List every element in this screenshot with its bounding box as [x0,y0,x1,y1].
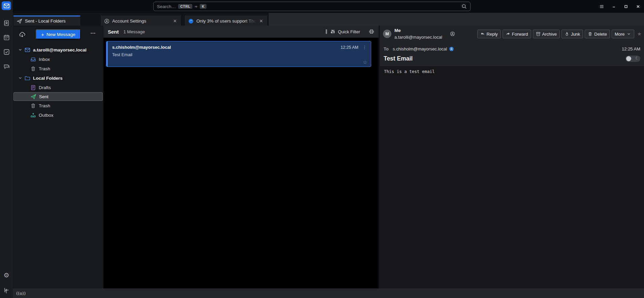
drafts-icon [30,85,36,90]
forward-label: Forward [512,32,528,37]
archive-icon [536,32,541,36]
folder-name: Outbox [39,113,54,118]
forward-button[interactable]: Forward [503,30,531,38]
mail-space-icon[interactable] [2,1,11,10]
trash-icon [30,66,36,72]
kbd-k: K [200,4,206,9]
quick-filter-sliders-icon[interactable] [330,29,335,34]
tasks-space-icon[interactable] [2,47,11,56]
received-time: 12:25 AM [622,46,640,51]
message-pane: M Me a.tarolli@mayorsec.local Reply Forw… [380,26,644,289]
mail-account-icon [25,47,30,53]
folder-title: Sent [108,29,119,35]
tab-close-icon[interactable]: ✕ [259,18,264,24]
folder-name: Trash [39,103,50,108]
tab-close-icon[interactable]: ✕ [172,18,178,24]
minimize-button[interactable] [609,2,618,11]
chevron-down-icon [626,32,631,36]
folder-row-sent-selected[interactable]: Sent [13,92,103,101]
inbox-icon [30,57,36,62]
message-count: 1 Message [124,29,145,34]
close-button[interactable] [634,2,643,11]
folder-name: Inbox [39,57,50,62]
tab-label: Account Settings [112,18,146,24]
broadcast-status-icon: ((o)) [16,291,26,296]
from-name: Me [394,28,401,33]
delete-button[interactable]: Delete [585,30,610,38]
plus-icon: + [41,32,44,37]
message-sender: s.chisholm@mayorsec.local [112,45,171,50]
dark-mode-toggle[interactable]: ☾ [625,55,640,62]
account-row[interactable]: a.tarolli@mayorsec.local [13,45,103,54]
new-message-button[interactable]: + New Message [36,29,81,39]
folder-name: Trash [39,66,50,71]
contact-badge-icon[interactable] [449,46,454,51]
folder-row-trash-local[interactable]: Trash [13,101,103,110]
folder-pane-options-icon[interactable]: … [90,29,96,35]
message-actions: Reply Forward Archive Junk Delete [477,30,642,38]
reply-button[interactable]: Reply [477,30,501,38]
calendar-space-icon[interactable] [2,33,11,42]
tab-account-settings[interactable]: Account Settings ✕ [101,15,181,26]
folder-name: Drafts [39,85,51,90]
message-row-selected[interactable]: s.chisholm@mayorsec.local 12:25 AM ⋮ Tes… [106,41,371,67]
archive-label: Archive [542,32,557,37]
list-display-options-icon[interactable] [369,29,374,34]
chat-space-icon[interactable] [2,62,11,71]
star-icon[interactable]: ☆ [363,60,367,65]
reply-icon [480,32,485,36]
moon-icon: ☾ [635,56,639,61]
new-message-label: New Message [46,32,75,37]
message-header: M Me a.tarolli@mayorsec.local Reply Forw… [380,26,644,66]
quick-filter-label[interactable]: Quick Filter [338,29,360,34]
account-icon [104,18,109,24]
toggle-knob [626,56,631,61]
settings-gear-icon[interactable]: ⚙ [2,271,11,280]
kbd-ctrl: CTRL [178,4,192,9]
thunderbird-window: ⚙ Search… CTRL + K [0,0,644,298]
collapse-spaces-icon[interactable] [2,286,11,294]
chevron-down-icon[interactable] [18,48,22,52]
tab-content-article[interactable]: Only 3% of users support Thu ✕ [185,15,267,26]
folder-pane: + New Message … a.tarolli@mayorsec.local… [13,26,103,289]
quick-filter-pill-icon[interactable] [326,29,327,34]
folder-row-outbox[interactable]: Outbox [13,110,103,120]
app-menu-button[interactable] [597,2,606,11]
tab-label: Only 3% of users support Thu [196,18,256,24]
message-body: This is a test email [380,66,644,289]
to-email: s.chisholm@mayorsec.local [393,46,447,51]
status-bar: ((o)) [13,289,644,298]
folder-name: Sent [39,94,49,99]
folder-row-drafts[interactable]: Drafts [13,83,103,92]
send-icon [17,18,22,24]
tab-sent-local-folders[interactable]: Sent - Local Folders [13,15,80,26]
account-row-local-folders[interactable]: Local Folders [13,73,103,83]
tab-bar: Sent - Local Folders Account Settings ✕ … [13,13,644,26]
junk-button[interactable]: Junk [561,30,583,38]
address-book-space-icon[interactable] [2,18,11,27]
folder-row-trash[interactable]: Trash [13,64,103,73]
message-subject: Test Email [112,52,367,57]
star-icon[interactable]: ★ [637,31,642,37]
folder-icon [25,75,30,81]
get-messages-icon[interactable] [18,30,27,39]
global-search-input[interactable]: Search… CTRL + K [153,2,471,11]
archive-button[interactable]: Archive [533,30,560,38]
outbox-icon [30,112,36,118]
chevron-down-icon[interactable] [18,76,22,80]
folder-row-inbox[interactable]: Inbox [13,54,103,64]
maximize-button[interactable] [621,2,631,11]
delete-label: Delete [594,32,607,37]
search-placeholder: Search… [157,4,176,9]
contact-icon[interactable] [450,31,455,36]
kbd-plus: + [195,4,197,9]
junk-flame-icon [565,32,569,36]
message-options-icon[interactable]: ⋮ [362,45,367,50]
account-name: Local Folders [33,76,63,81]
message-list-header: Sent 1 Message Quick Filter [103,26,379,38]
thunderbird-logo-icon [188,18,194,24]
trash-icon [30,103,36,109]
tab-label: Sent - Local Folders [25,18,66,24]
to-label: To [384,46,389,51]
more-button[interactable]: More [612,30,634,38]
